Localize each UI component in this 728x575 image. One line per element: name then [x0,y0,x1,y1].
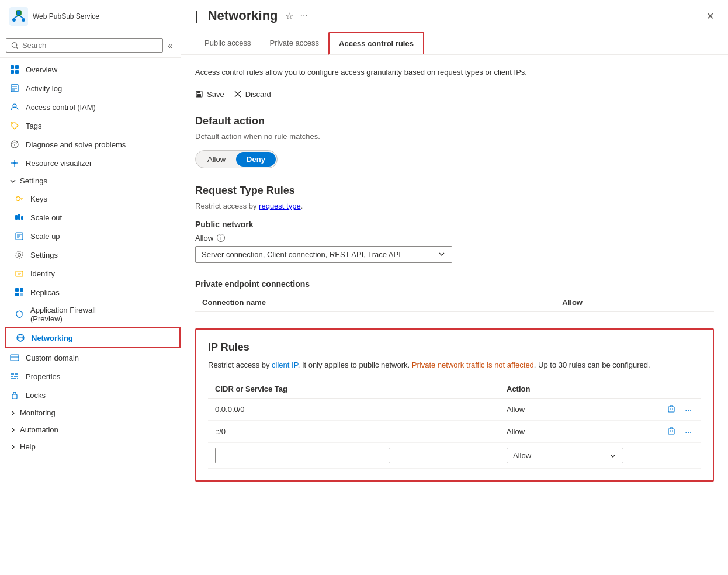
sidebar-item-access-control[interactable]: Access control (IAM) [0,98,181,116]
endpoint-table: Connection name Allow [195,293,714,312]
sidebar-item-networking[interactable]: Networking [5,327,181,348]
cidr-cell: 0.0.0.0/0 [208,399,500,421]
new-action-dropdown[interactable]: Allow [507,448,623,463]
overview-icon [9,64,20,75]
search-row: « [0,33,181,58]
monitoring-section-header[interactable]: Monitoring [0,404,181,421]
sidebar-item-label: Settings [30,251,58,259]
chevron-down-icon [438,250,446,258]
sidebar-item-label: Scale out [30,213,62,222]
toolbar: Save Discard [195,88,714,101]
replicas-icon [14,287,25,297]
more-options-button[interactable]: ··· [300,11,308,21]
service-name: Web PubSub Service [33,12,99,20]
help-label: Help [20,442,36,451]
row-actions-cell: ··· [594,399,701,421]
search-icon [11,41,19,50]
sidebar-item-identity[interactable]: Identity [5,264,181,283]
search-input[interactable] [22,41,158,50]
monitoring-label: Monitoring [20,408,56,417]
request-type-link[interactable]: request type [259,202,301,210]
svg-point-36 [18,254,21,257]
more-row-1-button[interactable]: ··· [682,426,694,438]
request-type-rules-section: Request Type Rules Restrict access by re… [195,185,714,263]
chevron-right-icon [9,410,16,417]
svg-rect-68 [668,429,674,434]
delete-row-1-button[interactable] [665,425,678,438]
sidebar-item-custom-domain[interactable]: Custom domain [0,348,181,367]
request-type-rules-title: Request Type Rules [195,185,714,197]
sidebar-item-label: Locks [26,391,46,400]
sidebar-item-label: Scale up [30,232,60,241]
close-button[interactable]: ✕ [706,11,714,22]
request-type-rules-subtitle: Restrict access by request type. [195,202,714,210]
sidebar-item-tags[interactable]: Tags [0,116,181,135]
sidebar-item-resource-visualizer[interactable]: Resource visualizer [0,154,181,172]
client-ip-link[interactable]: client IP [272,361,298,369]
public-network-label: Public network [195,220,714,229]
cidr-header: CIDR or Service Tag [208,380,500,399]
sidebar-item-keys[interactable]: Keys [5,189,181,208]
sidebar-item-label: Application Firewall (Preview) [30,306,96,323]
svg-rect-10 [15,65,19,69]
sidebar-item-replicas[interactable]: Replicas [5,283,181,302]
sidebar-item-app-firewall[interactable]: Application Firewall (Preview) [5,302,181,327]
main-content: | Networking ☆ ··· ✕ Public access Priva… [181,0,728,575]
sidebar-item-overview[interactable]: Overview [0,60,181,79]
save-button[interactable]: Save [195,88,224,101]
svg-point-2 [12,18,16,22]
properties-icon [9,371,20,382]
svg-rect-56 [12,394,17,399]
discard-button[interactable]: Discard [234,88,271,101]
connection-type-dropdown[interactable]: Server connection, Client connection, RE… [195,246,452,263]
svg-rect-62 [668,407,674,412]
scale-up-icon [14,231,25,241]
allow-toggle-option[interactable]: Allow [197,152,236,167]
action-header: Action [500,380,594,399]
help-section-header[interactable]: Help [0,438,181,455]
svg-point-3 [22,18,25,22]
sidebar-item-label: Resource visualizer [26,159,92,168]
info-icon[interactable]: i [217,234,225,242]
cidr-cell: ::/0 [208,421,500,443]
row-actions-cell: ··· [594,421,701,443]
delete-row-0-button[interactable] [665,403,678,415]
new-cidr-cell [208,443,500,469]
new-action-value: Allow [513,451,531,460]
favorite-button[interactable]: ☆ [285,11,293,22]
tab-private-access[interactable]: Private access [260,33,328,54]
sidebar-item-label: Custom domain [26,354,79,362]
identity-icon [14,268,25,279]
svg-rect-41 [15,288,19,292]
private-endpoint-label: Private endpoint connections [195,279,714,289]
trash-icon [667,427,675,435]
sidebar-item-settings[interactable]: Settings [5,245,181,264]
more-row-0-button[interactable]: ··· [682,404,694,415]
sidebar-item-locks[interactable]: Locks [0,386,181,404]
sidebar-item-scale-up[interactable]: Scale up [5,227,181,245]
search-box[interactable] [6,38,163,53]
settings-section-header[interactable]: Settings [0,172,181,189]
svg-rect-31 [21,216,23,220]
sidebar-item-activity-log[interactable]: Activity log [0,79,181,98]
tab-access-control-rules[interactable]: Access control rules [328,32,424,55]
sidebar-item-label: Keys [30,195,47,203]
chevron-right-icon [9,444,16,451]
automation-section-header[interactable]: Automation [0,421,181,438]
sidebar-item-diagnose[interactable]: Diagnose and solve problems [0,135,181,154]
networking-icon [15,332,26,343]
tab-public-access[interactable]: Public access [195,33,260,54]
sidebar-item-properties[interactable]: Properties [0,367,181,386]
tabs-row: Public access Private access Access cont… [181,32,728,55]
discard-label: Discard [245,90,271,99]
activity-log-icon [9,83,20,93]
settings-section-label: Settings [20,176,47,185]
new-cidr-input[interactable] [215,448,390,463]
discard-icon [234,90,242,98]
new-action-cell: Allow [500,443,701,469]
collapse-button[interactable]: « [165,40,175,51]
sidebar-item-scale-out[interactable]: Scale out [5,208,181,227]
table-row: 0.0.0.0/0 Allow ··· [208,399,701,421]
svg-point-37 [16,251,23,258]
deny-toggle-option[interactable]: Deny [236,152,276,167]
